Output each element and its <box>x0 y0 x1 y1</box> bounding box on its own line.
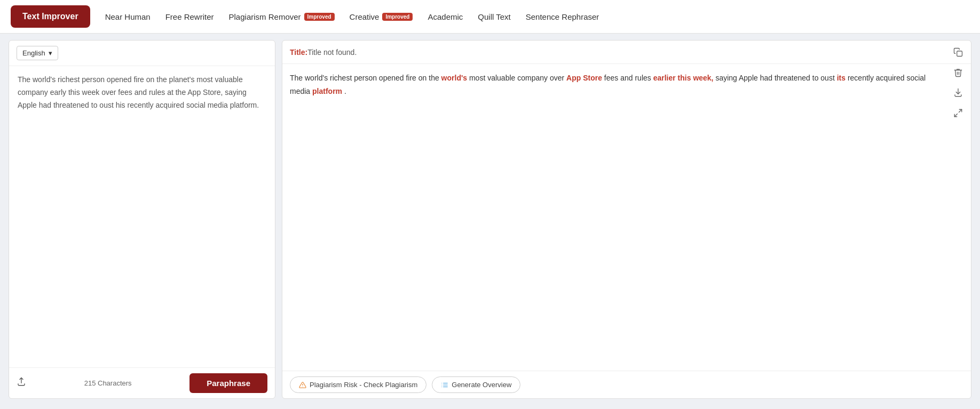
output-area: The world's richest person opened fire o… <box>282 64 971 371</box>
right-panel-footer: Plagiarism Risk - Check Plagiarism Gener… <box>282 371 971 398</box>
plagiarism-badge: Improved <box>304 13 335 21</box>
output-segment-1: world's <box>441 74 467 82</box>
nav-creative[interactable]: Creative Improved <box>350 12 413 21</box>
generate-overview-button[interactable]: Generate Overview <box>432 376 520 393</box>
svg-line-3 <box>954 114 957 117</box>
output-segment-9: platform <box>312 87 342 95</box>
nav-plagiarism-remover[interactable]: Plagiarism Remover Improved <box>229 12 335 21</box>
char-count: 215 Characters <box>84 379 132 387</box>
svg-rect-1 <box>957 51 962 57</box>
nav-free-rewriter[interactable]: Free Rewriter <box>165 12 214 21</box>
output-segment-7: its <box>837 74 845 82</box>
title-label: Title: <box>290 48 307 57</box>
upload-icon[interactable] <box>17 377 26 389</box>
title-value: Title not found. <box>307 48 357 57</box>
paraphrase-button[interactable]: Paraphrase <box>189 373 267 393</box>
left-panel: English ▾ The world's richest person ope… <box>9 40 275 399</box>
svg-line-2 <box>959 109 962 112</box>
output-segment-2: most valuable company over <box>467 74 566 82</box>
plagiarism-check-button[interactable]: Plagiarism Risk - Check Plagiarism <box>290 376 426 393</box>
input-text: The world's richest person opened fire o… <box>18 74 266 111</box>
download-icon[interactable] <box>951 85 966 100</box>
creative-badge: Improved <box>382 13 413 21</box>
output-segment-0: The world's richest person opened fire o… <box>290 74 441 82</box>
output-segment-6: saying Apple had threatened to oust <box>714 74 837 82</box>
nav-sentence-rephraser[interactable]: Sentence Rephraser <box>526 12 599 21</box>
output-segment-10: . <box>342 87 346 95</box>
delete-icon[interactable] <box>951 65 966 80</box>
nav-links: Near Human Free Rewriter Plagiarism Remo… <box>105 12 599 21</box>
nav-academic[interactable]: Academic <box>428 12 463 21</box>
language-dropdown[interactable]: English ▾ <box>17 46 58 60</box>
expand-icon[interactable] <box>951 106 966 121</box>
nav-near-human[interactable]: Near Human <box>105 12 151 21</box>
brand-button[interactable]: Text Improver <box>11 5 90 28</box>
main-container: English ▾ The world's richest person ope… <box>0 34 980 405</box>
top-nav: Text Improver Near Human Free Rewriter P… <box>0 0 980 34</box>
right-panel: Title: Title not found. The world's rich… <box>282 40 971 399</box>
nav-quill-text[interactable]: Quill Text <box>478 12 510 21</box>
right-side-icons <box>951 45 966 121</box>
output-segment-4: fees and rules <box>602 74 653 82</box>
output-segment-5: earlier this week, <box>653 74 714 82</box>
input-area[interactable]: The world's richest person opened fire o… <box>9 66 275 367</box>
output-segment-3: App Store <box>566 74 602 82</box>
copy-icon[interactable] <box>951 45 966 60</box>
left-panel-header: English ▾ <box>9 41 275 66</box>
right-panel-header: Title: Title not found. <box>282 41 971 64</box>
left-panel-footer: 215 Characters Paraphrase <box>9 367 275 398</box>
